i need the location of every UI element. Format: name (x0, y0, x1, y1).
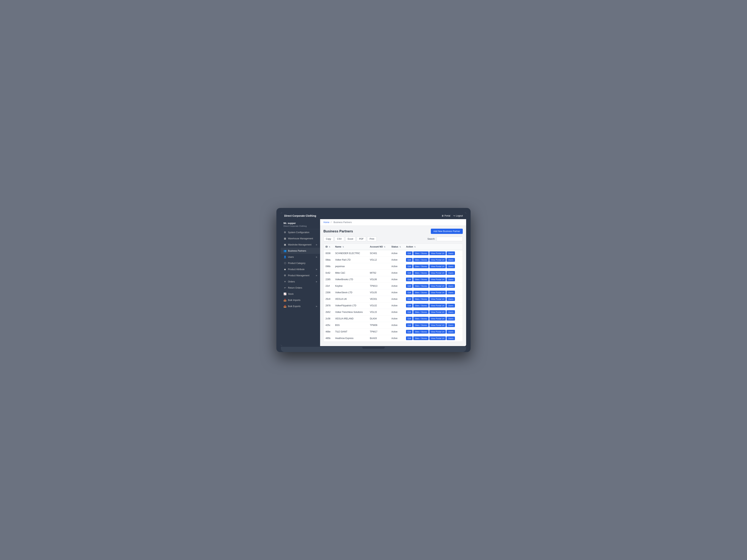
view-portal-url-button[interactable]: View Portal Url (429, 258, 446, 262)
sites-stores-button[interactable]: Sites / Stores (413, 310, 429, 314)
view-portal-url-button[interactable]: View Portal Url (429, 265, 446, 268)
edit-button[interactable]: Edit (406, 258, 413, 262)
cell-name: VolkerFitzpatrick LTD (333, 302, 368, 309)
sites-stores-button[interactable]: Sites / Stores (413, 317, 429, 321)
sites-stores-button[interactable]: Sites / Stores (413, 297, 429, 301)
edit-button[interactable]: Edit (406, 297, 413, 301)
sidebar-item-product-attribute[interactable]: ◆ Product Attribute ▶ (281, 266, 320, 272)
content-area: Business Partners Add New Business Partn… (320, 226, 466, 345)
excel-button[interactable]: Excel (345, 237, 356, 241)
search-input[interactable] (437, 237, 463, 241)
sidebar-item-product-category[interactable]: ⬡ Product Category (281, 260, 320, 266)
sites-stores-button[interactable]: Sites / Stores (413, 251, 429, 255)
portal-link[interactable]: 🖥 Portal (441, 214, 450, 217)
view-portal-url-button[interactable]: View Portal Url (429, 277, 446, 281)
users-button[interactable]: Users (446, 297, 455, 301)
users-button[interactable]: Users (446, 258, 455, 262)
cell-account-no: BAA03 (368, 335, 390, 342)
sidebar-item-wardrobe-management[interactable]: ▣ Wardrobe Management ▶ (281, 242, 320, 248)
edit-button[interactable]: Edit (406, 317, 413, 321)
edit-button[interactable]: Edit (406, 277, 413, 281)
edit-button[interactable]: Edit (406, 337, 413, 340)
sites-stores-button[interactable]: Sites / Stores (413, 304, 429, 308)
sites-stores-button[interactable]: Sites / Stores (413, 323, 429, 327)
add-business-partner-button[interactable]: Add New Business Partner (431, 229, 463, 234)
laptop-frame: Direct Corporate Clothing 🖥 Portal ↪ Log… (276, 208, 471, 352)
view-portal-url-button[interactable]: View Portal Url (429, 271, 446, 275)
view-portal-url-button[interactable]: View Portal Url (429, 310, 446, 314)
view-portal-url-button[interactable]: View Portal Url (429, 330, 446, 334)
edit-button[interactable]: Edit (406, 284, 413, 288)
edit-button[interactable]: Edit (406, 271, 413, 275)
action-buttons: Edit Sites / Stores View Portal Url User… (406, 304, 461, 308)
view-portal-url-button[interactable]: View Portal Url (429, 284, 446, 288)
sites-stores-button[interactable]: Sites / Stores (413, 265, 429, 268)
breadcrumb-separator: / (331, 221, 331, 223)
view-portal-url-button[interactable]: View Portal Url (429, 297, 446, 301)
users-button[interactable]: Users (446, 265, 455, 268)
sidebar-label: Stock (288, 293, 293, 295)
edit-button[interactable]: Edit (406, 330, 413, 334)
sidebar-item-orders[interactable]: ≡ Orders ▶ (281, 278, 320, 285)
csv-button[interactable]: CSV (335, 237, 344, 241)
top-bar: Direct Corporate Clothing 🖥 Portal ↪ Log… (281, 212, 466, 219)
edit-button[interactable]: Edit (406, 291, 413, 294)
view-portal-url-button[interactable]: View Portal Url (429, 291, 446, 294)
cell-action: Edit Sites / Stores View Portal Url User… (404, 263, 463, 270)
users-button[interactable]: Users (446, 337, 455, 340)
breadcrumb-home[interactable]: Home (324, 221, 329, 223)
users-button[interactable]: Users (446, 310, 455, 314)
users-button[interactable]: Users (446, 271, 455, 275)
view-portal-url-button[interactable]: View Portal Url (429, 304, 446, 308)
action-buttons: Edit Sites / Stores View Portal Url User… (406, 337, 461, 340)
users-button[interactable]: Users (446, 304, 455, 308)
sidebar-item-users[interactable]: 👤 Users ▶ (281, 254, 320, 260)
sidebar-item-system-configuration[interactable]: ⚙ System Configuration (281, 229, 320, 235)
action-buttons: Edit Sites / Stores View Portal Url User… (406, 297, 461, 301)
users-button[interactable]: Users (446, 251, 455, 255)
view-portal-url-button[interactable]: View Portal Url (429, 251, 446, 255)
cell-action: Edit Sites / Stores View Portal Url User… (404, 296, 463, 302)
sites-stores-button[interactable]: Sites / Stores (413, 284, 429, 288)
sites-stores-button[interactable]: Sites / Stores (413, 258, 429, 262)
view-portal-url-button[interactable]: View Portal Url (429, 317, 446, 321)
users-button[interactable]: Users (446, 284, 455, 288)
main-content: Home / Business Partners Business Partne… (320, 219, 466, 346)
table-row: 2306 VolkerStevin LTD VOL05 Active Edit … (324, 289, 463, 296)
pdf-button[interactable]: PDF (357, 237, 366, 241)
cell-id: 2978 (324, 302, 333, 309)
sites-stores-button[interactable]: Sites / Stores (413, 337, 429, 340)
print-button[interactable]: Print (367, 237, 377, 241)
copy-button[interactable]: Copy (324, 237, 334, 241)
edit-button[interactable]: Edit (406, 323, 413, 327)
cell-name: Heathrow Express (333, 335, 368, 342)
users-button[interactable]: Users (446, 277, 455, 281)
sites-stores-button[interactable]: Sites / Stores (413, 330, 429, 334)
sites-stores-button[interactable]: Sites / Stores (413, 271, 429, 275)
col-action: Action ⇅ (404, 244, 463, 250)
sidebar-item-return-orders[interactable]: ↩ Return Orders (281, 285, 320, 291)
edit-button[interactable]: Edit (406, 304, 413, 308)
sites-stores-button[interactable]: Sites / Stores (413, 277, 429, 281)
sites-stores-button[interactable]: Sites / Stores (413, 291, 429, 294)
sidebar-item-bulk-exports[interactable]: 📤 Bulk Exports ▶ (281, 303, 320, 309)
sidebar-item-stock[interactable]: 📈 Stock (281, 291, 320, 297)
sidebar-label: Product Management (288, 274, 309, 277)
logout-link[interactable]: ↪ Logout (453, 214, 463, 217)
sidebar-item-business-partners[interactable]: 👥 Business Partners (281, 248, 320, 254)
edit-button[interactable]: Edit (406, 251, 413, 255)
edit-button[interactable]: Edit (406, 310, 413, 314)
view-portal-url-button[interactable]: View Portal Url (429, 337, 446, 340)
cell-name: VEOLIA IRELAND (333, 316, 368, 322)
sidebar-label: Bulk Imports (288, 299, 301, 301)
sidebar-label: Orders (288, 281, 295, 283)
users-button[interactable]: Users (446, 291, 455, 294)
view-portal-url-button[interactable]: View Portal Url (429, 323, 446, 327)
sidebar-item-product-management[interactable]: ⚙ Product Management ▶ (281, 272, 320, 278)
users-button[interactable]: Users (446, 317, 455, 321)
edit-button[interactable]: Edit (406, 265, 413, 268)
users-button[interactable]: Users (446, 330, 455, 334)
sidebar-item-warehouse-management[interactable]: ▦ Warehouse Management (281, 235, 320, 242)
sidebar-item-bulk-imports[interactable]: 📥 Bulk Imports (281, 297, 320, 303)
users-button[interactable]: Users (446, 323, 455, 327)
